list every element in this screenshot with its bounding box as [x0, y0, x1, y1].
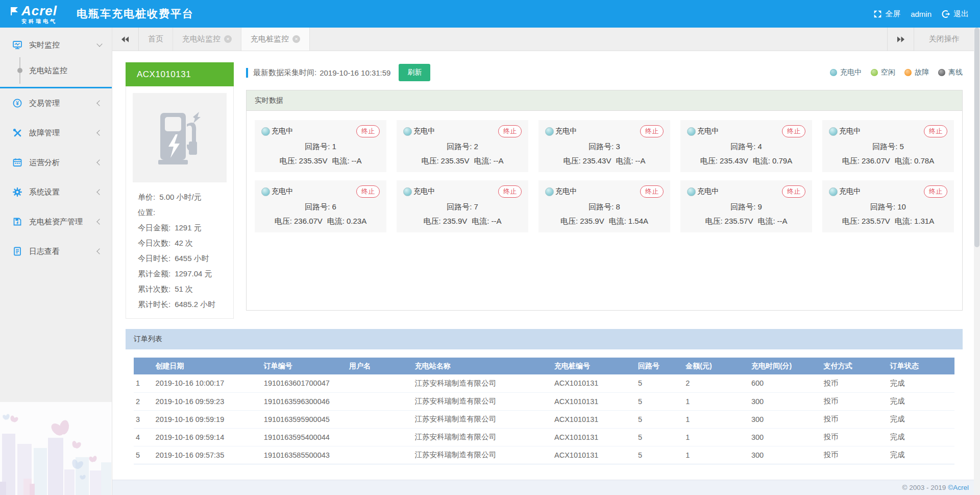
scrollbar-thumb[interactable]: [974, 28, 979, 247]
close-operations-button[interactable]: 关闭操作: [914, 28, 974, 51]
current-value: --A: [635, 156, 646, 165]
voltage-label: 电压:: [700, 156, 718, 165]
logout-button[interactable]: 退出: [942, 9, 969, 19]
charging-status-dot: [829, 127, 838, 136]
tab-item[interactable]: 首页: [139, 28, 173, 51]
charging-status-dot: [829, 187, 838, 196]
current-label: 电流:: [332, 156, 349, 165]
circuit-number-line: 回路号:2: [403, 142, 522, 152]
terminate-button[interactable]: 终止: [782, 125, 805, 137]
order-cell: ACX1010131: [552, 392, 636, 410]
order-cell: 5: [636, 392, 683, 410]
pile-stats: 单价:5.00 小时/元位置:今日金额:1291 元今日次数:42 次今日时长:…: [133, 182, 227, 313]
charging-status-dot: [261, 187, 270, 196]
legend-item: 离线: [938, 68, 963, 77]
terminate-button[interactable]: 终止: [498, 125, 522, 137]
sidebar-item-2[interactable]: 故障管理: [0, 118, 112, 148]
circuit-card: 充电中终止回路号:4电压:235.43V电流:0.79A: [680, 120, 812, 172]
terminate-button[interactable]: 终止: [356, 185, 380, 198]
legend-label: 空闲: [881, 68, 895, 77]
sidebar-item-label: 实时监控: [29, 40, 97, 50]
refresh-button[interactable]: 刷新: [399, 64, 430, 81]
order-cell: 1: [683, 446, 749, 464]
circuit-label: 回路号:: [305, 142, 330, 151]
orders-col-index: [134, 358, 154, 374]
terminate-button[interactable]: 终止: [640, 185, 664, 198]
sidebar-item-3[interactable]: 运营分析: [0, 148, 112, 177]
sidebar-item-label: 系统设置: [29, 187, 97, 197]
sidebar-item-4[interactable]: 系统设置: [0, 177, 112, 207]
circuit-number: 3: [616, 142, 620, 151]
app-root: Acrel 安科瑞电气 电瓶车充电桩收费平台 全屏 admin: [0, 0, 980, 495]
sidebar-subitem[interactable]: 充电站监控: [0, 57, 112, 84]
sidebar-item-label: 故障管理: [29, 128, 97, 138]
fullscreen-button[interactable]: 全屏: [873, 9, 900, 19]
terminate-button[interactable]: 终止: [782, 185, 805, 198]
stat-label: 累计时长:: [138, 300, 170, 310]
order-cell: 1: [683, 392, 749, 410]
order-row: 42019-10-16 09:59:141910163595400044江苏安科…: [134, 428, 954, 446]
tab-item[interactable]: 充电桩监控×: [241, 28, 310, 51]
orders-title: 订单列表: [126, 329, 963, 349]
voltage-current-line: 电压:235.35V电流:--A: [261, 156, 380, 166]
circuit-card: 充电中终止回路号:1电压:235.35V电流:--A: [255, 120, 386, 172]
voltage-value: 235.57V: [862, 217, 890, 225]
realtime-panel-title: 实时数据: [247, 90, 962, 111]
user-menu[interactable]: admin: [911, 10, 932, 18]
tab-label: 首页: [148, 34, 163, 44]
sidebar-item-6[interactable]: 日志查看: [0, 237, 112, 266]
sidebar-item-1[interactable]: ¥交易管理: [0, 88, 112, 118]
terminate-button[interactable]: 终止: [640, 125, 664, 137]
terminate-button[interactable]: 终止: [498, 185, 522, 198]
voltage-value: 236.07V: [862, 156, 890, 165]
sidebar-item-5[interactable]: 充电桩资产管理: [0, 207, 112, 237]
pile-stat-line: 单价:5.00 小时/元: [138, 190, 224, 205]
tab-close-icon[interactable]: ×: [224, 35, 232, 43]
stat-label: 单价:: [138, 193, 155, 202]
order-cell: 5: [134, 446, 154, 464]
status-legend: 充电中空闲故障离线: [830, 68, 963, 77]
sidebar-group: 运营分析: [0, 148, 112, 177]
sidebar-submenu: 充电站监控: [0, 57, 112, 84]
circuit-label: 回路号:: [872, 142, 897, 151]
terminate-button[interactable]: 终止: [924, 125, 947, 137]
pile-stat-line: 累计金额:1297.04 元: [138, 266, 224, 281]
copyright-text: © 2003 - 2019: [902, 484, 946, 491]
calendar-icon: [12, 157, 22, 168]
voltage-current-line: 电压:235.9V电流:1.54A: [545, 217, 664, 226]
tab-close-icon[interactable]: ×: [292, 35, 300, 43]
logout-icon: [942, 10, 950, 18]
pile-stat-line: 位置:: [138, 205, 224, 220]
voltage-value: 235.57V: [725, 217, 753, 225]
tabs-scroll-left-button[interactable]: [112, 28, 139, 51]
circuit-label: 回路号:: [870, 202, 895, 211]
voltage-label: 电压:: [842, 217, 860, 225]
terminate-button[interactable]: 终止: [356, 125, 380, 137]
pile-id-header: ACX1010131: [126, 62, 234, 86]
tabs-scroll-right-button[interactable]: [887, 28, 914, 51]
acrel-link[interactable]: ©Acrel: [948, 484, 969, 491]
current-label: 电流:: [757, 217, 775, 225]
order-cell: 2: [134, 392, 154, 410]
order-cell: 300: [749, 446, 822, 464]
voltage-value: 235.9V: [580, 217, 604, 225]
fault-icon: [12, 128, 22, 138]
circuit-number-line: 回路号:7: [403, 202, 522, 212]
sidebar-item-0[interactable]: 实时监控: [0, 33, 112, 57]
pile-stat-line: 今日时长:6455 小时: [138, 251, 224, 266]
legend-item: 空闲: [871, 68, 895, 77]
scrollbar-track[interactable]: [974, 28, 980, 495]
charging-status-label: 充电中: [697, 127, 719, 136]
voltage-current-line: 电压:235.35V电流:--A: [403, 156, 522, 166]
voltage-label: 电压:: [424, 217, 441, 225]
terminate-button[interactable]: 终止: [924, 185, 947, 198]
circuit-number: 8: [616, 202, 620, 211]
current-value: 0.78A: [914, 156, 934, 165]
order-cell: 投币: [821, 392, 888, 410]
charging-pile-icon: [133, 93, 227, 182]
current-value: 0.79A: [772, 156, 792, 165]
order-cell: 1910163595900045: [262, 410, 347, 428]
voltage-label: 电压:: [421, 156, 438, 165]
tab-item[interactable]: 充电站监控×: [173, 28, 241, 51]
app-footer: © 2003 - 2019 ©Acrel: [112, 480, 980, 495]
